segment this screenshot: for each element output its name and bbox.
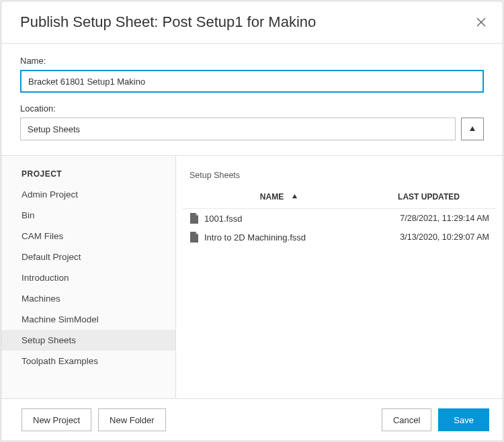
svg-marker-2 [470, 126, 475, 131]
table-row[interactable]: 1001.fssd 7/28/2021, 11:29:14 AM [183, 209, 496, 228]
file-name: Intro to 2D Machining.fssd [204, 232, 306, 242]
new-folder-button[interactable]: New Folder [98, 408, 165, 431]
publish-dialog: Publish Setup Sheet: Post Setup1 for Mak… [1, 1, 503, 441]
sidebar-item-bin[interactable]: Bin [1, 205, 175, 226]
breadcrumb: Setup Sheets [176, 156, 503, 185]
dialog-header: Publish Setup Sheet: Post Setup1 for Mak… [1, 1, 503, 44]
form-area: Name: Location: [1, 44, 503, 156]
sidebar-item-default-project[interactable]: Default Project [1, 247, 175, 267]
project-sidebar: PROJECT Admin Project Bin CAM Files Defa… [1, 156, 176, 398]
save-button[interactable]: Save [438, 408, 489, 431]
location-input[interactable] [20, 118, 456, 140]
close-icon[interactable] [476, 17, 487, 28]
column-name-label: NAME [260, 192, 284, 202]
file-icon [190, 232, 199, 242]
location-label: Location: [20, 103, 484, 114]
triangle-up-icon [469, 126, 476, 132]
name-label: Name: [20, 56, 484, 66]
file-updated: 7/28/2021, 11:29:14 AM [368, 214, 489, 223]
location-collapse-button[interactable] [461, 118, 484, 140]
sidebar-item-machines[interactable]: Machines [1, 288, 175, 309]
file-updated: 3/13/2020, 10:29:07 AM [368, 232, 489, 242]
file-table: NAME LAST UPDATED [176, 185, 503, 398]
sidebar-heading: PROJECT [1, 169, 175, 184]
table-row[interactable]: Intro to 2D Machining.fssd 3/13/2020, 10… [183, 228, 496, 247]
dialog-title: Publish Setup Sheet: Post Setup1 for Mak… [20, 13, 316, 31]
svg-marker-3 [292, 194, 297, 198]
content-pane: Setup Sheets NAME LAST UPDATED [176, 156, 503, 398]
dialog-footer: New Project New Folder Cancel Save [1, 399, 503, 441]
sidebar-item-admin-project[interactable]: Admin Project [1, 184, 175, 205]
table-header: NAME LAST UPDATED [183, 185, 496, 209]
sort-ascending-icon [292, 192, 298, 202]
file-icon [190, 213, 199, 224]
file-browser: PROJECT Admin Project Bin CAM Files Defa… [1, 156, 503, 399]
column-name-header[interactable]: NAME [190, 192, 368, 202]
cancel-button[interactable]: Cancel [382, 408, 431, 431]
sidebar-item-introduction[interactable]: Introduction [1, 267, 175, 288]
sidebar-item-setup-sheets[interactable]: Setup Sheets [1, 330, 175, 351]
column-updated-header[interactable]: LAST UPDATED [368, 192, 489, 202]
sidebar-item-cam-files[interactable]: CAM Files [1, 226, 175, 247]
column-updated-label: LAST UPDATED [398, 192, 460, 202]
new-project-button[interactable]: New Project [22, 408, 91, 431]
file-name: 1001.fssd [204, 214, 242, 224]
name-input[interactable] [20, 70, 484, 93]
sidebar-item-toolpath-examples[interactable]: Toolpath Examples [1, 351, 175, 371]
sidebar-item-machine-simmodel[interactable]: Machine SimModel [1, 309, 175, 330]
